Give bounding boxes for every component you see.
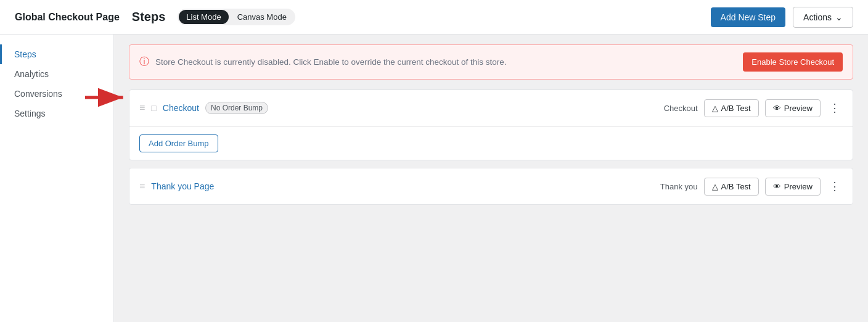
preview-icon-2: 👁 <box>773 182 781 191</box>
checkout-step-name[interactable]: Checkout <box>163 103 199 113</box>
mode-toggle: List Mode Canvas Mode <box>178 9 295 25</box>
thankyou-step-card: ≡ Thank you Page Thank you △ A/B Test 👁 … <box>129 168 853 205</box>
preview-icon: 👁 <box>773 104 781 113</box>
sidebar-item-steps[interactable]: Steps <box>0 44 113 64</box>
checkout-icon: □ <box>151 103 156 113</box>
top-header-left: Global Checkout Page Steps List Mode Can… <box>15 9 295 25</box>
thankyou-step-row: ≡ Thank you Page Thank you △ A/B Test 👁 … <box>129 168 853 204</box>
thankyou-step-right: Thank you △ A/B Test 👁 Preview ⋮ <box>649 177 843 196</box>
checkout-more-button[interactable]: ⋮ <box>827 99 843 117</box>
sidebar-item-analytics[interactable]: Analytics <box>0 64 113 84</box>
no-order-bump-badge: No Order Bump <box>205 102 268 114</box>
drag-handle-icon-2: ≡ <box>139 181 145 192</box>
thankyou-step-name[interactable]: Thank you Page <box>151 181 214 191</box>
app-wrapper: Global Checkout Page Steps List Mode Can… <box>0 0 868 322</box>
checkout-preview-button[interactable]: 👁 Preview <box>765 99 821 117</box>
thankyou-ab-test-button[interactable]: △ A/B Test <box>704 178 759 196</box>
add-new-step-button[interactable]: Add New Step <box>711 7 786 27</box>
thankyou-type-label: Thank you <box>649 182 698 191</box>
checkout-step-left: ≡ □ Checkout No Order Bump <box>139 102 641 114</box>
checkout-type-label: Checkout <box>649 104 698 113</box>
ab-test-icon: △ <box>712 104 718 113</box>
canvas-mode-button[interactable]: Canvas Mode <box>230 10 294 24</box>
chevron-down-icon <box>835 12 843 22</box>
thankyou-more-button[interactable]: ⋮ <box>827 177 843 196</box>
checkout-step-row: ≡ □ Checkout No Order Bump Checkout △ A/… <box>129 90 853 126</box>
page-title: Global Checkout Page <box>15 12 120 23</box>
drag-handle-icon: ≡ <box>139 102 145 114</box>
steps-heading: Steps <box>132 10 165 24</box>
info-icon: ⓘ <box>139 56 149 68</box>
enable-store-checkout-button[interactable]: Enable Store Checkout <box>743 52 843 72</box>
add-order-bump-button[interactable]: Add Order Bump <box>139 134 218 152</box>
alert-banner-left: ⓘ Store Checkout is currently disabled. … <box>139 56 507 68</box>
alert-message: Store Checkout is currently disabled. Cl… <box>155 57 507 67</box>
thankyou-preview-button[interactable]: 👁 Preview <box>765 178 821 196</box>
main-layout: Steps Analytics Conversions Settings ⓘ S… <box>0 35 868 322</box>
thankyou-step-left: ≡ Thank you Page <box>139 181 641 192</box>
sidebar: Steps Analytics Conversions Settings <box>0 35 114 322</box>
red-arrow-indicator <box>85 87 129 108</box>
checkout-ab-test-button[interactable]: △ A/B Test <box>704 99 759 117</box>
checkout-step-card: ≡ □ Checkout No Order Bump Checkout △ A/… <box>129 89 853 160</box>
top-header-right: Add New Step Actions <box>711 7 853 28</box>
actions-button[interactable]: Actions <box>793 7 853 28</box>
actions-label: Actions <box>803 12 832 22</box>
order-bump-area: Add Order Bump <box>129 126 853 160</box>
content-area: ⓘ Store Checkout is currently disabled. … <box>114 35 868 322</box>
top-header: Global Checkout Page Steps List Mode Can… <box>0 0 868 35</box>
alert-banner: ⓘ Store Checkout is currently disabled. … <box>129 44 853 80</box>
ab-test-icon-2: △ <box>712 182 718 191</box>
list-mode-button[interactable]: List Mode <box>179 10 228 24</box>
checkout-step-right: Checkout △ A/B Test 👁 Preview ⋮ <box>649 99 843 117</box>
